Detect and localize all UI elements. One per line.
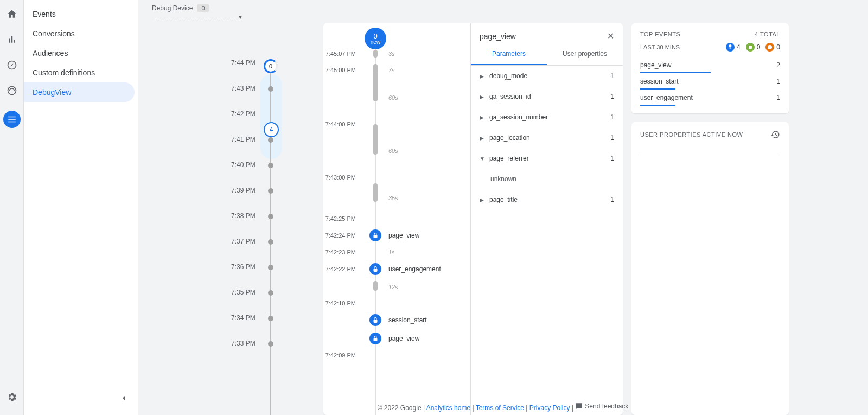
nav-rail — [0, 0, 24, 415]
top-event-count: 2 — [776, 61, 780, 69]
sidebar-item-conversions[interactable]: Conversions — [24, 24, 135, 43]
tab-parameters[interactable]: Parameters — [471, 43, 547, 65]
ads-icon[interactable] — [7, 85, 17, 98]
top-event-name: user_engagement — [640, 94, 693, 101]
debug-device-selector[interactable]: Debug Device0 ▼ — [152, 4, 243, 20]
gap-label: 60s — [388, 94, 398, 101]
second-time: 7:42:24 PM — [323, 232, 361, 239]
top-event-row[interactable]: page_view2 — [640, 57, 780, 73]
event-type-chip[interactable]: 0 — [746, 43, 761, 52]
explore-icon[interactable] — [7, 60, 17, 72]
svg-point-1 — [375, 267, 376, 269]
second-time: 7:42:10 PM — [323, 300, 361, 307]
minute-dot[interactable] — [268, 188, 273, 194]
collapse-sidebar-icon[interactable] — [119, 394, 128, 404]
minute-dot[interactable] — [268, 214, 273, 219]
param-count: 1 — [610, 134, 614, 142]
param-row[interactable]: ▶page_location1 — [471, 127, 623, 148]
expand-icon: ▶ — [480, 94, 485, 100]
minute-dot[interactable] — [268, 341, 273, 347]
minute-label: 7:39 PM — [231, 187, 256, 194]
event-icon[interactable] — [369, 314, 381, 326]
sidebar-item-debugview[interactable]: DebugView — [24, 82, 135, 102]
admin-icon[interactable] — [7, 392, 17, 404]
top-event-name: page_view — [640, 61, 671, 69]
minute-dot[interactable] — [268, 239, 273, 245]
event-label[interactable]: page_view — [388, 335, 419, 342]
param-name: page_referrer — [489, 155, 529, 162]
footer-link-privacy[interactable]: Privacy Policy — [529, 404, 570, 412]
sidebar-item-audiences[interactable]: Audiences — [24, 43, 135, 63]
expand-icon: ▶ — [480, 73, 485, 79]
top-event-row[interactable]: session_start1 — [640, 73, 780, 90]
close-icon[interactable]: ✕ — [607, 31, 614, 41]
sidebar-item-events[interactable]: Events — [24, 4, 135, 24]
param-count: 1 — [610, 113, 614, 121]
gap-label: 12s — [388, 284, 398, 290]
configure-icon[interactable] — [3, 111, 21, 128]
param-row[interactable]: ▶debug_mode1 — [471, 66, 623, 86]
minute-dot[interactable] — [268, 265, 273, 270]
footer-link-terms[interactable]: Terms of Service — [476, 404, 524, 412]
gap-label: 60s — [388, 148, 398, 154]
param-name: page_location — [489, 134, 530, 142]
gap-label: 7s — [388, 67, 395, 73]
event-type-chip[interactable]: 0 — [765, 43, 780, 52]
minute-label: 7:43 PM — [231, 85, 256, 92]
param-count: 1 — [610, 93, 614, 100]
minute-label: 7:35 PM — [231, 289, 256, 296]
expand-icon: ▼ — [480, 156, 485, 162]
event-icon[interactable] — [369, 263, 381, 275]
minute-label: 7:36 PM — [231, 263, 256, 271]
svg-point-3 — [375, 337, 376, 338]
sidebar-item-custom-definitions[interactable]: Custom definitions — [24, 63, 135, 82]
right-column: TOP EVENTS 4 TOTAL LAST 30 MINS 400 page… — [631, 23, 789, 415]
gap-label: 35s — [388, 195, 398, 201]
param-count: 1 — [610, 72, 614, 80]
footer-link-analytics-home[interactable]: Analytics home — [426, 404, 470, 412]
param-row[interactable]: ▶ga_session_id1 — [471, 86, 623, 107]
expand-icon: ▶ — [480, 197, 485, 203]
minute-dot[interactable] — [268, 163, 273, 168]
param-name: page_title — [489, 196, 518, 203]
gap-bar — [373, 50, 378, 58]
param-row[interactable]: ▼page_referrer1 — [471, 148, 623, 169]
gap-label: 1s — [388, 249, 395, 256]
home-icon[interactable] — [7, 9, 17, 21]
minute-dot[interactable] — [268, 290, 273, 296]
second-time: 7:42:23 PM — [323, 249, 361, 256]
minute-dot[interactable] — [268, 316, 273, 321]
param-row[interactable]: ▶page_title1 — [471, 189, 623, 210]
gap-bar — [373, 183, 378, 202]
event-label[interactable]: page_view — [388, 232, 419, 239]
top-events-title: TOP EVENTS — [640, 31, 680, 37]
svg-point-2 — [375, 318, 376, 320]
main: Debug Device0 ▼ 0 7:44 PM7:43 PM7:42 PM7… — [138, 0, 868, 415]
user-properties-card: USER PROPERTIES ACTIVE NOW — [631, 122, 789, 415]
minute-dot[interactable] — [268, 86, 273, 92]
send-feedback-button[interactable]: Send feedback — [575, 403, 628, 410]
event-icon[interactable] — [369, 229, 381, 241]
param-value: unknown — [471, 169, 623, 189]
minute-dot[interactable] — [268, 137, 273, 143]
minute-bubble[interactable]: 4 — [264, 122, 279, 137]
top-event-row[interactable]: user_engagement1 — [640, 90, 780, 106]
minute-label: 7:33 PM — [231, 340, 256, 347]
top-event-name: session_start — [640, 78, 679, 85]
history-icon[interactable] — [770, 130, 780, 139]
user-properties-title: USER PROPERTIES ACTIVE NOW — [640, 131, 743, 138]
event-label[interactable]: user_engagement — [388, 265, 441, 273]
reports-icon[interactable] — [7, 34, 17, 47]
debug-device-label: Debug Device — [152, 4, 193, 12]
event-type-chip[interactable]: 4 — [726, 43, 741, 52]
tab-user-properties[interactable]: User properties — [547, 43, 623, 65]
param-count: 1 — [610, 155, 614, 162]
second-time: 7:42:25 PM — [323, 215, 361, 222]
footer: © 2022 Google | Analytics home | Terms o… — [138, 403, 868, 412]
seconds-timeline: 0 new 7:45:07 PM3s7:45:00 PM7s60s7:44:00… — [323, 23, 471, 415]
param-row[interactable]: ▶ga_session_number1 — [471, 107, 623, 127]
event-detail-title: page_view — [480, 32, 516, 41]
event-icon[interactable] — [369, 333, 381, 344]
event-label[interactable]: session_start — [388, 316, 427, 324]
svg-point-0 — [375, 234, 376, 235]
